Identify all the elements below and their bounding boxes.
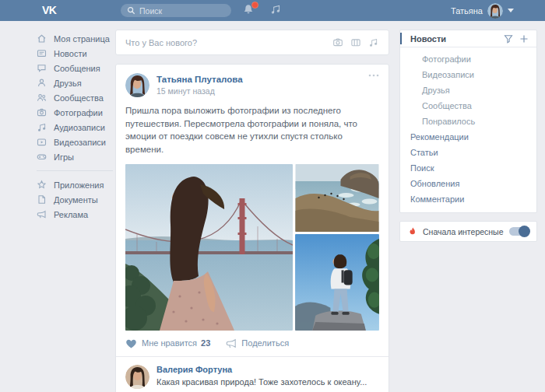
star-icon bbox=[37, 180, 47, 190]
nav-ads[interactable]: Реклама bbox=[37, 207, 113, 222]
like-label: Мне нравится bbox=[142, 338, 197, 348]
nav-my-page[interactable]: Моя страница bbox=[37, 31, 113, 46]
gamepad-icon bbox=[37, 152, 47, 162]
like-count: 23 bbox=[201, 338, 210, 348]
flame-icon bbox=[408, 227, 417, 236]
attach-photo-button[interactable] bbox=[332, 37, 343, 47]
search-input[interactable] bbox=[139, 6, 225, 16]
post-author-name[interactable]: Татьяна Плуталова bbox=[156, 75, 243, 84]
nav-video[interactable]: Видеозаписи bbox=[37, 135, 113, 149]
comment-author-avatar[interactable] bbox=[125, 365, 149, 389]
nav-apps[interactable]: Приложения bbox=[37, 177, 113, 192]
post-actions-menu[interactable] bbox=[368, 74, 379, 77]
nav-documents[interactable]: Документы bbox=[37, 192, 113, 207]
nav-messages[interactable]: Сообщения bbox=[37, 61, 113, 75]
caret-down-icon bbox=[508, 9, 514, 12]
share-button[interactable]: Поделиться bbox=[226, 338, 289, 348]
news-filter-panel: Новости Фотографии Видеозаписи Друзья Со… bbox=[399, 30, 537, 213]
toggle-knob bbox=[519, 226, 530, 237]
post-timestamp[interactable]: 15 минут назад bbox=[156, 86, 243, 96]
news-panel-title[interactable]: Новости bbox=[410, 34, 504, 44]
news-filter-photos[interactable]: Фотографии bbox=[400, 51, 536, 67]
news-filter-communities[interactable]: Сообщества bbox=[400, 98, 536, 114]
plus-icon[interactable] bbox=[519, 34, 529, 44]
vk-page: VK Татьяна Моя страница Новости bbox=[0, 0, 545, 392]
video-icon bbox=[37, 137, 47, 147]
camera-icon bbox=[37, 107, 47, 117]
user-avatar bbox=[487, 3, 503, 19]
attach-video-button[interactable] bbox=[350, 37, 361, 47]
news-comments[interactable]: Комментарии bbox=[400, 191, 536, 207]
feed-post: Татьяна Плуталова 15 минут назад Пришла … bbox=[115, 64, 389, 392]
news-filter-videos[interactable]: Видеозаписи bbox=[400, 67, 536, 82]
news-filter-friends[interactable]: Друзья bbox=[400, 82, 536, 98]
messages-icon bbox=[37, 63, 47, 73]
search-icon bbox=[127, 6, 135, 15]
nav-audio[interactable]: Аудиозаписи bbox=[37, 120, 113, 135]
filter-funnel-icon[interactable] bbox=[504, 34, 513, 44]
post-photo-hiker[interactable] bbox=[295, 234, 379, 331]
communities-icon bbox=[37, 93, 47, 103]
vk-logo[interactable]: VK bbox=[42, 4, 56, 16]
music-player-button[interactable] bbox=[270, 4, 283, 16]
news-updates[interactable]: Обновления bbox=[400, 176, 536, 191]
megaphone-icon bbox=[37, 209, 47, 219]
interesting-first-label: Сначала интересные bbox=[423, 227, 504, 236]
post-composer[interactable] bbox=[115, 30, 389, 55]
document-icon bbox=[37, 194, 47, 205]
nav-news[interactable]: Новости bbox=[37, 46, 113, 61]
comment-author-name[interactable]: Валерия Фортуна bbox=[156, 365, 367, 374]
user-name: Татьяна bbox=[451, 6, 483, 16]
notification-badge bbox=[251, 2, 258, 9]
user-menu[interactable]: Татьяна bbox=[451, 2, 514, 19]
nav-photos[interactable]: Фотографии bbox=[37, 105, 113, 120]
news-articles[interactable]: Статьи bbox=[400, 145, 536, 160]
composer-input[interactable] bbox=[125, 38, 325, 47]
news-panel-header: Новости bbox=[400, 30, 536, 47]
news-filter-list: Фотографии Видеозаписи Друзья Сообщества… bbox=[400, 47, 536, 212]
notifications-button[interactable] bbox=[243, 4, 255, 16]
music-note-icon bbox=[37, 122, 47, 132]
post-photo-grid bbox=[125, 164, 379, 331]
feed-column: Татьяна Плуталова 15 минут назад Пришла … bbox=[115, 30, 389, 392]
nav-games[interactable]: Игры bbox=[37, 149, 113, 164]
nav-communities[interactable]: Сообщества bbox=[37, 90, 113, 105]
home-icon bbox=[37, 33, 47, 44]
news-filter-liked[interactable]: Понравилось bbox=[400, 114, 536, 129]
interesting-first-card: Сначала интересные bbox=[399, 221, 537, 242]
news-icon bbox=[37, 48, 47, 58]
music-icon bbox=[270, 4, 281, 15]
nav-friends[interactable]: Друзья bbox=[37, 75, 113, 90]
post-text: Пришла пора выложить фотографии из после… bbox=[125, 104, 379, 156]
post-action-bar: Мне нравится 23 Поделиться bbox=[125, 338, 379, 348]
post-header: Татьяна Плуталова 15 минут назад bbox=[125, 73, 379, 97]
news-search[interactable]: Поиск bbox=[400, 160, 536, 176]
attach-audio-button[interactable] bbox=[368, 37, 379, 47]
post-photo-large[interactable] bbox=[125, 164, 293, 331]
friend-icon bbox=[37, 78, 47, 88]
right-sidebar: Новости Фотографии Видеозаписи Друзья Со… bbox=[399, 30, 537, 242]
heart-icon bbox=[125, 338, 137, 348]
share-megaphone-icon bbox=[226, 338, 237, 348]
post-body: Татьяна Плуталова 15 минут назад Пришла … bbox=[116, 65, 389, 356]
comment: Валерия Фортуна Какая красивая природа! … bbox=[116, 356, 389, 392]
post-photo-coast[interactable] bbox=[295, 164, 379, 232]
post-author-avatar[interactable] bbox=[125, 73, 149, 97]
left-navigation: Моя страница Новости Сообщения Друзья Со… bbox=[37, 31, 113, 222]
nav-divider bbox=[37, 170, 113, 171]
interesting-first-toggle[interactable] bbox=[509, 227, 529, 236]
comment-text: Какая красивая природа! Тоже захотелось … bbox=[156, 376, 367, 388]
news-recommendations[interactable]: Рекомендации bbox=[400, 129, 536, 145]
share-label: Поделиться bbox=[241, 338, 289, 348]
like-button[interactable]: Мне нравится 23 bbox=[125, 338, 210, 348]
search-box[interactable] bbox=[121, 4, 231, 17]
top-bar: VK Татьяна bbox=[0, 0, 545, 21]
